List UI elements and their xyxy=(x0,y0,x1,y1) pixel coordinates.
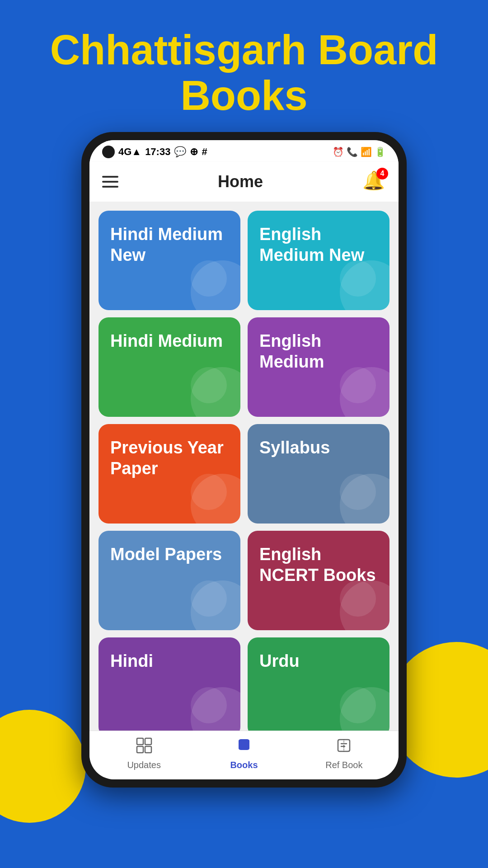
hamburger-line-3 xyxy=(102,186,118,188)
status-left: 4G▲ 17:33 💬 ⊕ # xyxy=(102,146,207,158)
card-english-medium[interactable]: English Medium xyxy=(248,317,389,417)
bottom-nav: Updates Books xyxy=(89,731,399,779)
svg-rect-0 xyxy=(137,738,143,745)
card-grid: Hindi Medium New English Medium New Hind… xyxy=(99,211,389,731)
hamburger-line-2 xyxy=(102,181,118,183)
call-icon: 📞 xyxy=(347,146,358,157)
svg-rect-3 xyxy=(145,746,151,753)
svg-rect-2 xyxy=(137,746,143,753)
card-label-english-ncert-books: English NCERT Books xyxy=(259,544,378,585)
card-label-english-medium-new: English Medium New xyxy=(259,224,378,265)
ref-book-label: Ref Book xyxy=(325,760,362,770)
updates-icon xyxy=(136,737,152,757)
alarm-icon: ⏰ xyxy=(333,146,344,157)
card-model-papers[interactable]: Model Papers xyxy=(99,531,240,630)
status-icon-3: # xyxy=(202,146,207,158)
card-english-medium-new[interactable]: English Medium New xyxy=(248,211,389,310)
ref-book-icon xyxy=(336,737,352,757)
nav-item-books[interactable]: Books xyxy=(194,737,294,770)
card-hindi-medium-new[interactable]: Hindi Medium New xyxy=(99,211,240,310)
svg-rect-1 xyxy=(145,738,151,745)
card-hindi-ncert[interactable]: Hindi xyxy=(99,637,240,731)
nav-item-updates[interactable]: Updates xyxy=(94,737,194,770)
phone-frame: 4G▲ 17:33 💬 ⊕ # ⏰ 📞 📶 🔋 Home 🔔 xyxy=(81,132,407,788)
card-label-urdu: Urdu xyxy=(259,651,300,672)
hamburger-button[interactable] xyxy=(102,176,118,188)
phone-screen: 4G▲ 17:33 💬 ⊕ # ⏰ 📞 📶 🔋 Home 🔔 xyxy=(89,140,399,779)
status-icon-2: ⊕ xyxy=(190,146,198,158)
card-syllabus[interactable]: Syllabus xyxy=(248,424,389,524)
card-label-english-medium: English Medium xyxy=(259,331,378,372)
time-display: 17:33 xyxy=(145,146,170,158)
books-label: Books xyxy=(230,760,258,770)
app-header: Home 🔔 4 xyxy=(89,162,399,202)
card-english-ncert-books[interactable]: English NCERT Books xyxy=(248,531,389,630)
updates-label: Updates xyxy=(127,760,161,770)
card-label-previous-year-paper: Previous Year Paper xyxy=(110,438,229,479)
card-urdu[interactable]: Urdu xyxy=(248,637,389,731)
card-label-syllabus: Syllabus xyxy=(259,438,330,458)
app-title: Home xyxy=(218,172,263,191)
nav-item-ref-book[interactable]: Ref Book xyxy=(294,737,394,770)
battery-icon: 🔋 xyxy=(375,146,386,157)
page-title: Chhattisgarh Board Books xyxy=(27,27,461,118)
card-previous-year-paper[interactable]: Previous Year Paper xyxy=(99,424,240,524)
camera-dot xyxy=(102,146,115,158)
network-indicator: 4G▲ xyxy=(118,146,141,158)
status-icons-right: ⏰ 📞 📶 🔋 xyxy=(333,146,386,157)
card-label-model-papers: Model Papers xyxy=(110,544,222,565)
notification-badge: 4 xyxy=(376,168,388,179)
hamburger-line-1 xyxy=(102,176,118,178)
card-label-hindi-medium: Hindi Medium xyxy=(110,331,223,352)
books-icon xyxy=(236,737,252,757)
bg-decoration-left xyxy=(0,710,86,823)
card-label-hindi-medium-new: Hindi Medium New xyxy=(110,224,229,265)
whatsapp-icon: 💬 xyxy=(174,146,186,158)
wifi-icon: 📶 xyxy=(361,146,372,157)
content-area: Hindi Medium New English Medium New Hind… xyxy=(89,202,399,731)
status-bar: 4G▲ 17:33 💬 ⊕ # ⏰ 📞 📶 🔋 xyxy=(89,140,399,162)
page-header: Chhattisgarh Board Books xyxy=(0,0,488,132)
card-hindi-medium[interactable]: Hindi Medium xyxy=(99,317,240,417)
card-label-hindi-ncert: Hindi xyxy=(110,651,153,672)
notification-button[interactable]: 🔔 4 xyxy=(362,170,386,193)
